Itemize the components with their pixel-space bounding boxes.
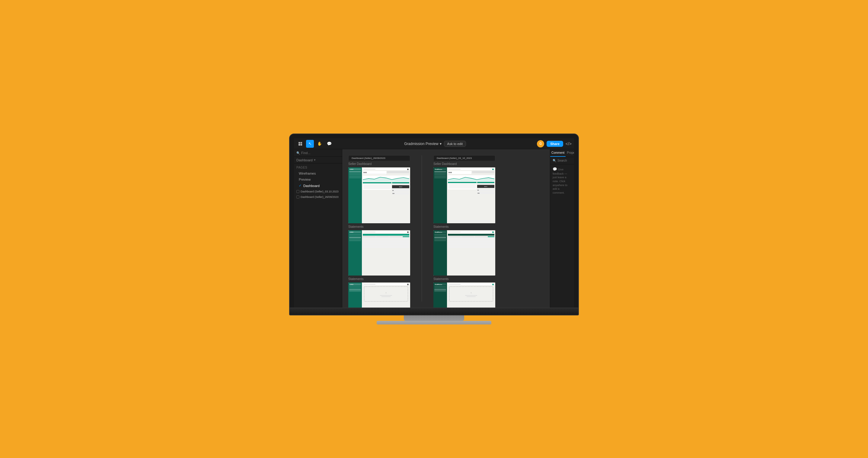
canvas-column-03oct: Dashboard (Seller)_03_10_2023 Seller Das…	[433, 155, 495, 302]
right-panel-tabs: Comment Prope...	[550, 149, 574, 157]
sidebar-item-label: Dashboard (Seller)_26/09/2023	[301, 196, 339, 199]
frame-tab-26sep: Dashboard (Seller)_26/09/2023	[348, 155, 410, 161]
comment-prompt-text: Give feedback — just leave a note. Click…	[553, 168, 567, 194]
toolbar: ↖ ✋ 💬 Gradmission Preview ▾ Ask to edit …	[294, 138, 574, 149]
comment-prompt: 💬 Give feedback — just leave a note. Cli…	[550, 164, 574, 197]
screen: ↖ ✋ 💬 Gradmission Preview ▾ Ask to edit …	[294, 138, 574, 308]
breadcrumb-chevron-icon: ▾	[314, 158, 316, 162]
select-tool-button[interactable]: ↖	[306, 140, 314, 148]
hand-tool-button[interactable]: ✋	[316, 140, 323, 148]
frame-tab-03oct: Dashboard (Seller)_03_10_2023	[433, 155, 495, 161]
sidebar-item-label: Dashboard (Seller)_03.10.2023	[301, 190, 339, 193]
frame-label-statements-upload-2: Statements	[433, 277, 495, 281]
grid-icon	[299, 142, 302, 146]
canvas-column-26sep: Dashboard (Seller)_26/09/2023 Seller Das…	[348, 155, 410, 302]
sidebar-section-label: Pages	[294, 164, 342, 170]
frame-label-statements-upload-1: Statements	[348, 277, 410, 281]
frame-label-seller-dashboard-2: Seller Dashboard	[433, 162, 495, 166]
sidebar-search: 🔍	[294, 149, 342, 157]
sidebar-item-preview[interactable]: Preview	[294, 176, 342, 182]
frame-preview-statements-2[interactable]: GradMission	[433, 230, 495, 276]
toolbar-right: G Share </>	[537, 140, 571, 147]
toolbar-center: Gradmission Preview ▾ Ask to edit	[335, 141, 535, 147]
checkbox-icon[interactable]	[297, 196, 300, 199]
laptop-stand	[404, 315, 464, 321]
code-button[interactable]: </>	[566, 141, 571, 146]
sidebar-search-input[interactable]	[301, 151, 340, 155]
screen-bezel: ↖ ✋ 💬 Gradmission Preview ▾ Ask to edit …	[289, 134, 579, 308]
frame-preview-statements-upload-1[interactable]: LOGO	[348, 283, 410, 308]
frame-label-seller-dashboard-1: Seller Dashboard	[348, 162, 410, 166]
column-divider	[422, 155, 422, 302]
avatar-initials: G	[539, 142, 542, 145]
sidebar-item-dashboard-seller-26[interactable]: Dashboard (Seller)_26/09/2023	[294, 194, 342, 200]
frame-label-statements-2: Statements	[433, 225, 495, 229]
frame-label-statements-1: Statements	[348, 225, 410, 229]
right-panel: Comment Prope... 🔍 💬 Give feedback — jus…	[550, 149, 574, 308]
project-name-text: Gradmission Preview	[404, 142, 438, 146]
active-check-icon: ✓	[299, 184, 302, 188]
tab-comment[interactable]: Comment	[550, 149, 566, 157]
search-icon: 🔍	[553, 159, 556, 162]
sidebar: 🔍 Dashboard ▾ Pages Wireframes Preview	[294, 149, 342, 308]
comment-icon: 💬	[553, 167, 557, 171]
avatar[interactable]: G	[537, 140, 544, 147]
svg-marker-1	[448, 177, 494, 181]
project-name[interactable]: Gradmission Preview ▾	[404, 142, 441, 146]
sidebar-item-label: Dashboard	[303, 184, 320, 188]
tab-properties[interactable]: Prope...	[566, 149, 574, 157]
project-name-chevron-icon: ▾	[440, 142, 441, 146]
right-panel-search-input[interactable]	[557, 159, 571, 162]
checkbox-icon[interactable]	[297, 190, 300, 193]
grid-tool-button[interactable]	[297, 140, 304, 148]
laptop-wrapper: ↖ ✋ 💬 Gradmission Preview ▾ Ask to edit …	[289, 134, 579, 324]
sidebar-item-label: Wireframes	[299, 172, 316, 175]
frame-preview-statements-upload-2[interactable]: GradMission	[433, 283, 495, 308]
search-icon: 🔍	[297, 151, 300, 155]
main-area: 🔍 Dashboard ▾ Pages Wireframes Preview	[294, 149, 574, 308]
share-button[interactable]: Share	[547, 141, 563, 147]
breadcrumb-text: Dashboard	[297, 158, 313, 162]
laptop-bottom	[289, 308, 579, 315]
comment-tool-button[interactable]: 💬	[326, 140, 333, 148]
sidebar-item-wireframes[interactable]: Wireframes	[294, 170, 342, 176]
toolbar-left: ↖ ✋ 💬	[297, 140, 333, 148]
sidebar-item-dashboard-seller-03[interactable]: Dashboard (Seller)_03.10.2023	[294, 189, 342, 194]
frame-preview-seller-dashboard-2[interactable]: GradMission	[433, 167, 495, 223]
canvas[interactable]: Dashboard (Seller)_26/09/2023 Seller Das…	[342, 149, 550, 308]
frame-preview-statements-1[interactable]: LOGO	[348, 230, 410, 276]
frame-preview-seller-dashboard-1[interactable]: LOGO	[348, 167, 410, 223]
sidebar-item-label: Preview	[299, 178, 311, 181]
laptop-base	[377, 321, 491, 324]
sidebar-item-dashboard[interactable]: ✓ Dashboard	[294, 182, 342, 189]
right-panel-search: 🔍	[550, 157, 574, 164]
ask-to-edit-button[interactable]: Ask to edit	[444, 141, 466, 147]
sidebar-breadcrumb: Dashboard ▾	[294, 157, 342, 164]
